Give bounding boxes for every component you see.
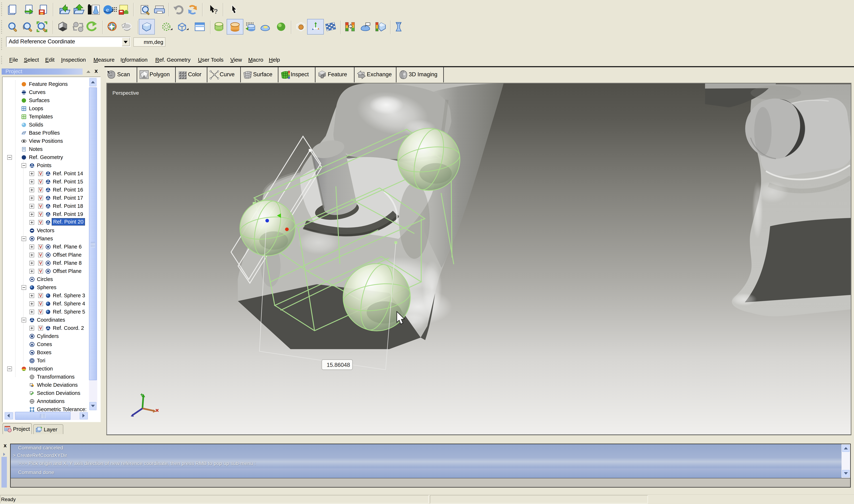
svg-text:15.86048: 15.86048 bbox=[327, 362, 350, 368]
svg-text:e: e bbox=[106, 6, 109, 13]
svg-text:Perspective: Perspective bbox=[112, 90, 139, 96]
svg-text:?: ? bbox=[214, 8, 218, 15]
